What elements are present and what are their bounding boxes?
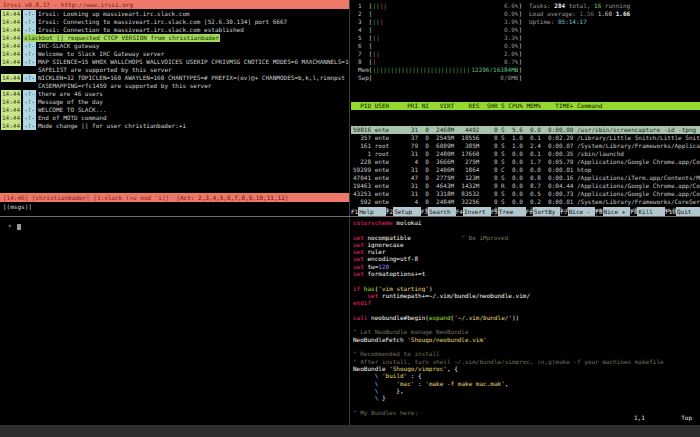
irc-timestamp: 14:44 [1,122,21,130]
cpu-meter: 2 [0.0%] [358,10,522,18]
irssi-statusbar: [14:46] [christianbader] [1:slack (+u mo… [0,193,349,202]
irc-line: 14:44-!-MAP SILENCE=15 WHOX WALLCHOPS WA… [1,58,349,66]
vim-line: colorscheme molokai [353,219,700,226]
irc-message-text: SAFELIST are supported by this server [38,66,172,74]
fkey-sortby-button[interactable]: F6SortBy [526,207,561,216]
irc-message-text: Irssi: Connecting to massiveart.irc.slac… [38,18,287,26]
fkey-help-button[interactable]: F1Help [351,207,386,216]
irc-timestamp: 14:44 [1,34,21,42]
vim-line: " After install, turn shell ~/.vim/bundl… [353,358,700,365]
process-table-header[interactable]: PID USER PRI NI VIRT RES SHR S CPU% MEM%… [351,102,700,110]
fkey-nice-button[interactable]: F8Nice + [595,207,630,216]
process-row[interactable]: 357 ente 37 0 2545M 18556 0 S 1.0 0.1 0:… [351,134,700,142]
irc-line: 14:44-!-Mode change [] for user christia… [1,122,349,130]
irssi-input-line[interactable]: [(msgs)] [3,203,32,211]
vim-line: " Recommended to install [353,350,700,357]
pane-vim[interactable]: colorscheme molokai set nocompatible " B… [351,217,700,425]
fkey-setup-button[interactable]: F2Setup [386,207,421,216]
vim-line: \ 'mac' : 'make -f make_mac.mak', [353,380,700,387]
vim-line: NeoBundleFetch 'Shougo/neobundle.vim' [353,336,700,343]
vim-buffer: colorscheme molokai set nocompatible " B… [353,219,700,416]
vim-line: \ 'build' : { [353,372,700,379]
irc-timestamp: 14:44 [1,58,21,66]
tmux-session: Irssi v0.8.17 - http://www.irssi.org 14:… [0,0,700,437]
shell-prompt: * [8,223,12,230]
meter-value: 0.0% [504,10,518,18]
meter-value: 6.6% [504,2,518,10]
irc-line: 14:44-!-Irssi: Connecting to massiveart.… [1,18,349,26]
irc-timestamp: 14:44 [1,114,21,122]
irc-line: 14:44-!-WELCOME TO SLACK... [1,106,349,114]
fkey-label: F7 [560,207,567,216]
process-row[interactable]: 1 root 31 0 2480M 17660 0 S 0.0 0.1 0:00… [351,150,700,158]
fkey-quit-button[interactable]: F10Quit [665,207,700,216]
fkey-label: F4 [456,207,463,216]
pane-htop[interactable]: 1 [||||6.6%]2 [0.0%]3 [|||3.9%]4 [0.0%]5… [351,0,700,216]
process-row[interactable]: 19463 ente 31 0 4643M 1432M 0 R 0.0 8.7 … [351,182,700,190]
vim-line: NeoBundle 'Shougo/vimproc', { [353,365,700,372]
process-row-list: 59816 ente 31 0 2468M 4492 0 S 5.6 0.0 0… [351,126,700,216]
irc-message-text: there are 46 users [38,90,103,98]
vim-line: " Let NeoBundle manage NeoBundle [353,328,700,335]
meter-value: 12296/16384MB [471,66,518,74]
pane-irssi[interactable]: Irssi v0.8.17 - http://www.irssi.org 14:… [0,0,349,216]
meter-ticks-red: | [376,34,380,41]
irc-timestamp: 14:44 [1,90,21,98]
process-row[interactable]: 228 ente 4 0 3666M 275M 0 S 0.0 1.7 0:05… [351,158,700,166]
fkey-nice-button[interactable]: F7Nice - [560,207,595,216]
fkey-label: F8 [595,207,602,216]
irc-highlight-message: slackbot [] requested CTCP VERSION from … [23,34,220,42]
cpu-meter: 1 [||||6.6%] [358,2,522,10]
fkey-tree-button[interactable]: F5Tree [491,207,526,216]
htop-summary-line: Tasks: 284 total, 16 running [529,2,630,10]
vim-line: \ } [353,394,700,401]
irc-line: 14:44-!-NICKLEN=32 TOPICLEN=160 AWAYLEN=… [1,74,349,82]
htop-summary-line: Uptime: 05:14:17 [529,18,630,26]
irc-timestamp: 14:44 [1,50,21,58]
irc-message-text: End of MOTD command [38,114,107,122]
fkey-action-label: Kill [637,207,665,216]
irc-server-badge: -!- [23,10,36,18]
process-row[interactable]: 47041 ente 47 0 2775M 123M 0 S 0.0 0.8 0… [351,174,700,182]
vim-line: \ }, [353,387,700,394]
process-row[interactable]: 43253 ente 31 0 3318M 83532 0 S 0.0 0.5 … [351,190,700,198]
irc-message-text: NICKLEN=32 TOPICLEN=160 AWAYLEN=160 CHAN… [38,74,345,82]
process-row[interactable]: 592 ente 4 0 2484M 32256 0 S 0.0 0.2 0:0… [351,198,700,206]
fkey-action-label: Search [428,207,456,216]
process-row[interactable]: 161 root 79 0 6009M 385M 0 S 1.0 2.4 0:0… [351,142,700,150]
fkey-action-label: Quit [676,207,700,216]
vim-line: set formatoptions+=t [353,270,700,277]
fkey-label: F6 [526,207,533,216]
cpu-meter: 5 [||3.3%] [358,34,522,42]
fkey-search-button[interactable]: F3Search [421,207,456,216]
fkey-invert-button[interactable]: F4Invert [456,207,491,216]
pane-border-vertical[interactable] [349,0,350,425]
meter-ticks-red: | [372,58,376,65]
irc-server-badge: -!- [23,114,36,122]
irc-server-badge: -!- [23,58,36,66]
irc-message-text: MAP SILENCE=15 WHOX WALLCHOPS WALLVOICES… [38,58,349,66]
pane-border-horizontal[interactable] [0,216,700,217]
htop-summary-line: Load average: 1.36 1.60 1.66 [529,10,630,18]
irc-server-badge: -!- [23,26,36,34]
meter-ticks-green: || [372,2,379,9]
vim-line: endif [353,299,700,306]
process-row[interactable]: 59816 ente 31 0 2468M 4492 0 S 5.6 0.0 0… [351,126,700,134]
vim-line: set encoding=utf-8 [353,255,700,262]
cpu-meter: 4 [0.0%] [358,26,522,34]
irc-line: 14:44-!-IRC-SLACK gateway [1,42,349,50]
vim-line [353,321,700,328]
vim-scroll-status: Top [681,414,692,422]
pane-shell[interactable]: * [0,217,349,425]
irc-message-text: IRC-SLACK gateway [38,42,99,50]
irc-server-badge: -!- [23,50,36,58]
fkey-kill-button[interactable]: F9Kill [630,207,665,216]
irc-line: SAFELIST are supported by this server [1,66,349,74]
vim-line: if has('vim_starting') [353,285,700,292]
vim-line [353,401,700,408]
meter-value: 3.3% [504,34,518,42]
meter-value: 0.0% [504,26,518,34]
process-row[interactable]: 59299 ente 31 0 2406M 1864 0 C 0.0 0.0 0… [351,166,700,174]
meter-value: 3.9% [504,18,518,26]
irc-server-badge: -!- [23,98,36,106]
